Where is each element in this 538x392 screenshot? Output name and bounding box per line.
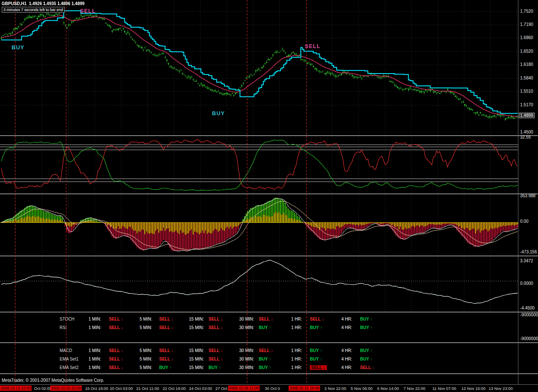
bar-countdown: 3 minutes 7 seconds left to bar end <box>2 7 65 13</box>
arrow-up-icon: ↑ <box>370 348 372 353</box>
arrow-down-icon: ↓ <box>121 325 123 330</box>
arrow-down-icon: ↓ <box>221 325 223 330</box>
timeframe-label: 1 MIN: <box>89 317 101 321</box>
timeframe-label: 15 MIN: <box>189 348 204 353</box>
timeframe-label: 4 HR: <box>341 357 352 361</box>
arrow-up-icon: ↑ <box>370 357 372 361</box>
timeframe-label: 1 HR: <box>291 365 302 370</box>
time-axis-tick: 21 Oct 11:00 <box>136 386 159 391</box>
timeframe-label: 1 HR: <box>291 348 302 353</box>
indicator-row-label: EMA Set2 <box>60 365 78 370</box>
timeframe-label: 15 MIN: <box>189 365 204 370</box>
timeframe-label: 15 MIN: <box>189 357 204 361</box>
arrow-down-icon: ↓ <box>172 325 174 330</box>
macd-histogram-panel-canvas[interactable] <box>0 194 518 256</box>
arrow-down-icon: ↓ <box>221 348 223 353</box>
signal-cell: BUY↑ <box>159 365 172 370</box>
panel-separator[interactable] <box>0 256 538 256</box>
copyright-text: MetaTrader, © 2001-2007 MetaQuotes Softw… <box>2 378 104 383</box>
time-axis-tick: 13 Nov 23:00 <box>489 386 513 391</box>
timeframe-label: 4 HR: <box>341 317 352 321</box>
main-price-chart-canvas[interactable] <box>0 0 518 135</box>
timeframe-label: 1 MIN: <box>89 325 101 330</box>
signal-cell: SELL↓ <box>109 348 123 353</box>
time-axis-tick: Oct 02:00 <box>34 386 52 391</box>
axis-label: -9000000 <box>520 336 538 341</box>
signal-cell: SELL↓ <box>159 348 174 353</box>
arrow-down-icon: ↓ <box>172 317 174 321</box>
event-vertical-line[interactable] <box>15 0 15 385</box>
axis-label: 1.4500 <box>520 130 533 134</box>
time-axis-tick: 20 Oct 03:00 <box>110 386 133 391</box>
arrow-up-icon: ↑ <box>320 325 322 330</box>
symbol-info: GBPUSD,H1 1.4926 1.4935 1.4896 1.4899 <box>2 1 85 6</box>
timeframe-label: 4 HR: <box>341 365 352 370</box>
timeframe-label: 4 HR: <box>341 325 352 330</box>
time-axis-tick: 7 Nov 22:00 <box>404 386 425 391</box>
signal-cell: SELL↓ <box>159 325 174 330</box>
arrow-up-icon: ↑ <box>370 317 372 321</box>
axis-label: 1.5840 <box>520 76 533 80</box>
signal-cell: BUY↑ <box>310 325 322 330</box>
arrow-down-icon: ↓ <box>271 348 273 353</box>
axis-label: 0.00 <box>520 219 528 224</box>
signal-cell: SELL↓ <box>109 317 123 321</box>
time-axis-tick: 3 Nov 22:00 <box>324 386 346 391</box>
event-vertical-line[interactable] <box>66 0 66 385</box>
timeframe-label: 5 MIN: <box>140 357 152 361</box>
event-time-badge: 2008.10.15 22:00 <box>50 386 82 391</box>
arrow-down-icon: ↓ <box>172 348 174 353</box>
axis-label: 1.5510 <box>520 89 533 94</box>
timeframe-label: 1 HR: <box>291 325 302 330</box>
arrow-up-icon: ↑ <box>320 357 322 361</box>
timeframe-label: 1 HR: <box>291 357 302 361</box>
signal-cell: BUY↑ <box>259 365 271 370</box>
time-axis-tick: 30 Oct 0 <box>265 386 280 391</box>
arrow-down-icon: ↓ <box>323 365 326 370</box>
oscillator-panel-canvas[interactable] <box>0 256 518 312</box>
signal-cell: SELL↓ <box>109 365 123 370</box>
arrow-down-icon: ↓ <box>221 317 223 321</box>
arrow-down-icon: ↓ <box>372 365 375 370</box>
arrow-down-icon: ↓ <box>121 348 123 353</box>
arrow-down-icon: ↓ <box>121 317 123 321</box>
arrow-down-icon: ↓ <box>221 357 223 361</box>
arrow-down-icon: ↓ <box>172 357 174 361</box>
signal-cell: SELL↓ <box>209 317 223 321</box>
arrow-up-icon: ↑ <box>269 325 271 330</box>
event-vertical-line[interactable] <box>247 0 247 385</box>
axis-label: 1.6860 <box>520 35 533 40</box>
panel-separator[interactable] <box>0 342 538 343</box>
timeframe-label: 1 MIN: <box>89 348 101 353</box>
current-price-badge: 1.4899 <box>519 113 535 118</box>
panel-separator[interactable] <box>0 373 538 374</box>
panel-separator[interactable] <box>0 135 538 136</box>
panel-separator[interactable] <box>0 312 538 312</box>
axis-label: 1.7190 <box>520 22 533 27</box>
time-axis-tick: 12 Nov 15:00 <box>461 386 486 391</box>
arrow-down-icon: ↓ <box>121 357 123 361</box>
time-axis[interactable]: Oct 02:0016 Oct 18:0020 Oct 03:0021 Oct … <box>0 385 538 392</box>
macd-ema-signal-panel: MACD1 MIN:SELL↓5 MIN:SELL↓15 MIN:SELL↓30… <box>0 343 518 373</box>
axis-label: 0.0000 <box>520 281 533 286</box>
timeframe-label: 4 HR: <box>341 348 352 353</box>
stochastic-panel-canvas[interactable] <box>0 136 518 193</box>
axis-label: -9000000 <box>520 312 538 317</box>
timeframe-label: 1 MIN: <box>89 357 101 361</box>
signal-cell: SELL↓ <box>159 317 174 321</box>
time-axis-tick: 24 Oct 03:00 <box>189 386 212 391</box>
buy-signal-label: BUY <box>11 44 24 51</box>
sell-signal-label: SELL <box>305 43 321 49</box>
timeframe-label: 1 HR: <box>291 317 302 321</box>
panel-separator[interactable] <box>0 193 538 194</box>
event-vertical-line[interactable] <box>306 0 307 385</box>
timeframe-label: 5 MIN: <box>140 365 152 370</box>
signal-cell: BUY↑ <box>310 348 322 353</box>
signal-cell: SELL↓ <box>159 357 174 361</box>
timeframe-label: 1 MIN: <box>89 365 101 370</box>
signal-cell: SELL↓ <box>310 365 327 370</box>
axis-label: 1.6520 <box>520 49 533 54</box>
indicator-row-label: EMA Set1 <box>60 357 78 361</box>
signal-cell: BUY↑ <box>259 357 271 361</box>
axis-label: 1.7520 <box>520 9 533 14</box>
